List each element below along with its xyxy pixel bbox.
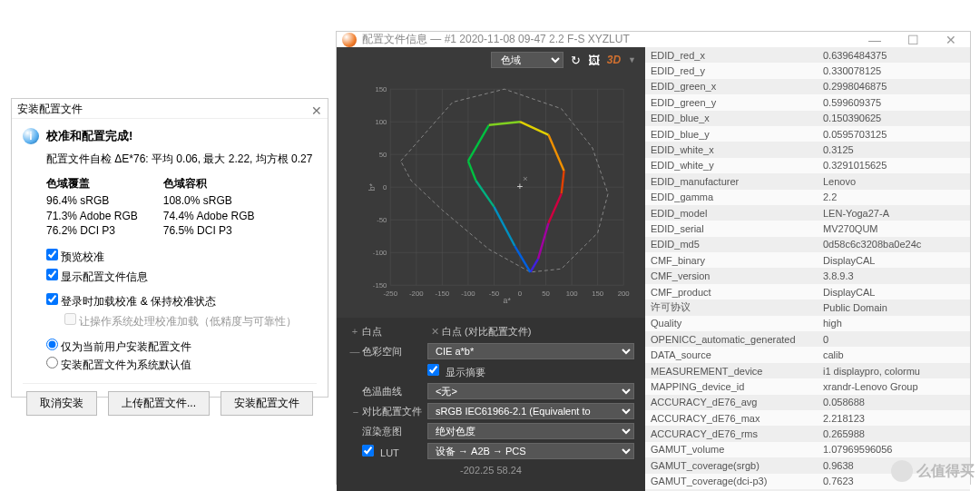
info-row: DATA_sourcecalib: [645, 347, 970, 362]
info-key: 许可协议: [645, 300, 818, 315]
info-value: DisplayCAL: [818, 284, 970, 300]
profile-info-table: EDID_red_x0.6396484375EDID_red_y0.330078…: [645, 47, 970, 491]
show-summary-checkbox[interactable]: 显示摘要: [427, 364, 485, 379]
cancel-button[interactable]: 取消安装: [26, 391, 97, 416]
info-key: ACCURACY_dE76_rms: [645, 426, 818, 441]
info-value: i1 displaypro, colormu: [818, 363, 970, 378]
add-whitepoint-icon[interactable]: +: [348, 326, 362, 337]
volume-header: 色域容积: [163, 176, 255, 191]
svg-line-36: [468, 125, 489, 162]
info-value: 0.599609375: [818, 94, 970, 110]
info-row: ACCURACY_dE76_avg0.058688: [645, 395, 970, 410]
svg-text:b*: b*: [368, 182, 377, 191]
info-value: Public Domain: [818, 300, 970, 315]
svg-text:-50: -50: [377, 216, 387, 224]
info-row: ACCURACY_dE76_rms0.265988: [645, 426, 970, 441]
close-window-icon[interactable]: ✕: [937, 33, 965, 47]
svg-text:0: 0: [383, 183, 387, 191]
svg-line-41: [548, 193, 561, 222]
trc-select[interactable]: <无>: [427, 383, 634, 399]
install-button[interactable]: 安装配置文件: [220, 391, 313, 416]
preview-checkbox[interactable]: 预览校准: [46, 248, 317, 268]
lut-select[interactable]: 设备 → A2B → PCS: [427, 443, 634, 459]
svg-text:-50: -50: [489, 290, 500, 298]
svg-text:50: 50: [379, 151, 387, 159]
close-icon[interactable]: ✕: [311, 101, 322, 121]
coverage-header: 色域覆盖: [46, 176, 138, 191]
info-row: EDID_green_x0.2998046875: [645, 79, 970, 94]
info-key: ACCURACY_dE76_avg: [645, 395, 818, 410]
minimize-icon[interactable]: —: [861, 33, 888, 47]
gamut-plot[interactable]: -250-200-150-100-50050100150200-150-100-…: [366, 76, 631, 312]
coverage-dcip3: 76.2% DCI P3: [46, 223, 138, 239]
info-icon: i: [23, 128, 39, 144]
info-key: EDID_blue_x: [645, 111, 818, 126]
svg-line-46: [475, 181, 494, 207]
info-row: EDID_md50d58c6c3208ba0e24c: [645, 237, 970, 252]
info-value: 2.218123: [818, 410, 970, 426]
svg-line-40: [562, 171, 564, 193]
lut-checkbox[interactable]: LUT: [362, 445, 427, 458]
volume-srgb: 108.0% sRGB: [163, 193, 255, 209]
chart-mode-select[interactable]: 色域: [491, 52, 564, 68]
colorspace-select[interactable]: CIE a*b*: [427, 343, 634, 359]
install-system-default-radio[interactable]: 安装配置文件为系统默认值: [46, 356, 317, 374]
svg-line-45: [494, 207, 514, 246]
svg-text:0: 0: [518, 290, 523, 298]
dialog-title: 安装配置文件: [17, 103, 83, 115]
reset-icon[interactable]: ↻: [571, 54, 581, 67]
svg-text:-150: -150: [373, 281, 387, 290]
info-key: ACCURACY_dE76_max: [645, 410, 818, 426]
show-profile-checkbox[interactable]: 显示配置文件信息: [46, 268, 317, 288]
svg-line-38: [520, 122, 548, 134]
info-row: EDID_white_y0.3291015625: [645, 158, 970, 173]
info-row: EDID_red_x0.6396484375: [645, 47, 970, 63]
volume-dcip3: 76.5% DCI P3: [163, 223, 255, 239]
svg-line-43: [530, 259, 538, 271]
maximize-icon[interactable]: ☐: [899, 33, 926, 47]
compare-profile-select[interactable]: sRGB IEC61966-2.1 (Equivalent to: [427, 403, 634, 419]
info-value: 0.265988: [818, 426, 970, 441]
rendering-select[interactable]: 绝对色度: [427, 423, 634, 439]
svg-text:150: 150: [375, 85, 387, 93]
svg-text:-250: -250: [383, 290, 397, 298]
info-row: CMF_version3.8.9.3: [645, 268, 970, 283]
svg-line-39: [548, 135, 564, 172]
info-value: 0.2998046875: [818, 79, 970, 94]
os-handle-checkbox[interactable]: 让操作系统处理校准加载（低精度与可靠性）: [64, 312, 317, 332]
info-key: EDID_blue_y: [645, 126, 818, 142]
compare-whitepoint-icon: ✕: [427, 326, 442, 338]
info-row: EDID_gamma2.2: [645, 190, 970, 205]
whitepoint-label: 白点: [362, 325, 427, 339]
trc-label: 色温曲线: [362, 385, 427, 398]
info-value: 0.330078125: [818, 63, 970, 78]
3d-dropdown-icon[interactable]: ▼: [628, 55, 636, 64]
info-value: 0.9638: [818, 457, 970, 473]
info-value: high: [818, 316, 970, 331]
dialog-heading: 校准和配置完成!: [46, 128, 132, 144]
rendering-label: 渲染意图: [362, 425, 427, 438]
info-key: CMF_version: [645, 268, 818, 283]
info-value: 0d58c6c3208ba0e24c: [818, 237, 970, 252]
info-key: GAMUT_coverage(srgb): [645, 457, 818, 473]
info-row: CMF_productDisplayCAL: [645, 284, 970, 300]
3d-view-button[interactable]: 3D: [607, 54, 621, 66]
gamut-chart-panel: 色域 ↻ 🖼 3D ▼ -250-200-150-100-50050100150…: [337, 47, 645, 491]
load-on-login-checkbox[interactable]: 登录时加载校准 & 保持校准状态: [46, 292, 317, 312]
info-key: GAMUT_coverage(dci-p3): [645, 474, 818, 489]
info-key: EDID_manufacturer: [645, 173, 818, 189]
save-image-icon[interactable]: 🖼: [588, 54, 600, 67]
app-icon: [342, 33, 357, 47]
info-key: OPENICC_automatic_generated: [645, 331, 818, 347]
info-row: GAMUT_coverage(dci-p3)0.7623: [645, 474, 970, 489]
upload-button[interactable]: 上传配置文件...: [108, 391, 210, 416]
info-value: 0.150390625: [818, 111, 970, 126]
info-row: MEASUREMENT_devicei1 displaypro, colormu: [645, 363, 970, 378]
info-value: xrandr-Lenovo Group: [818, 378, 970, 394]
info-key: CMF_product: [645, 284, 818, 300]
svg-text:100: 100: [566, 290, 579, 298]
install-current-user-radio[interactable]: 仅为当前用户安装配置文件: [46, 338, 317, 356]
info-key: GAMUT_volume: [645, 442, 818, 457]
volume-adobe: 74.4% Adobe RGB: [163, 209, 255, 224]
info-row: GAMUT_volume1.07969596056: [645, 442, 970, 457]
